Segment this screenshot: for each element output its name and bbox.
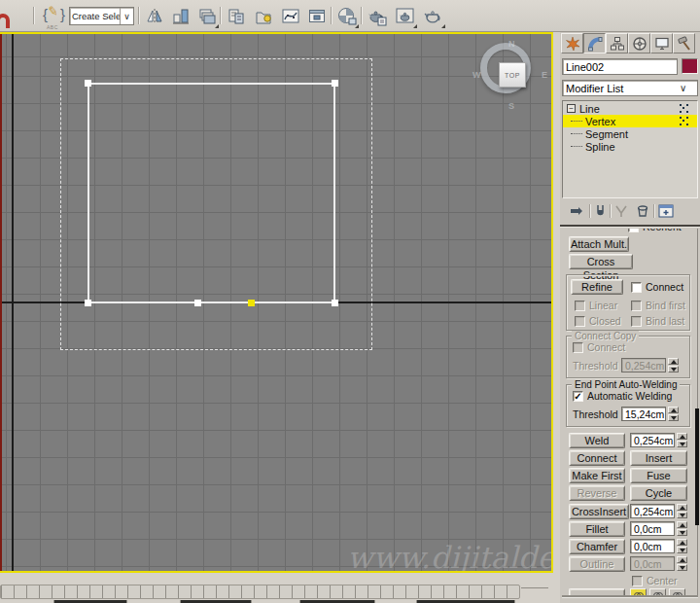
left-edge-strip [0, 34, 2, 571]
insert-button[interactable]: Insert [630, 450, 687, 466]
tab-utilities[interactable] [673, 33, 695, 53]
named-selection-set-combo[interactable]: Create Selection Se [69, 7, 134, 25]
reverse-button[interactable]: Reverse [569, 485, 625, 501]
render-production-icon[interactable] [421, 4, 445, 28]
vertex-top-right[interactable] [332, 80, 338, 87]
compass-west[interactable]: W [472, 70, 481, 80]
remove-modifier-icon[interactable] [636, 204, 649, 218]
compass-east[interactable]: E [542, 70, 547, 80]
tab-hierarchy[interactable] [606, 33, 628, 53]
boolean-intersect-icon[interactable] [669, 588, 685, 595]
fillet-field[interactable]: 0,0cm [630, 521, 675, 536]
refine-button[interactable]: Refine [571, 279, 623, 295]
show-end-result-icon[interactable] [594, 204, 606, 218]
snap-magnet-icon[interactable] [0, 14, 10, 28]
chamfer-spinner[interactable] [677, 539, 687, 553]
reorient-checkbox[interactable] [628, 229, 639, 232]
tab-display[interactable] [650, 33, 673, 53]
panel-separator [560, 225, 700, 227]
tab-create[interactable] [561, 33, 583, 53]
pin-stack-icon[interactable] [570, 204, 585, 218]
line002-spline[interactable] [88, 83, 335, 303]
boolean-subtract-icon[interactable] [649, 588, 666, 595]
cross-insert-spinner[interactable] [677, 504, 687, 518]
tree-line [571, 146, 582, 147]
toolbar-separator [138, 7, 139, 24]
bind-last-checkbox[interactable] [631, 316, 642, 327]
center-checkbox[interactable] [632, 576, 643, 586]
object-color-swatch[interactable] [682, 58, 698, 74]
chamfer-button[interactable]: Chamfer [569, 539, 625, 554]
closed-checkbox[interactable] [575, 316, 585, 327]
outline-spinner[interactable] [677, 556, 687, 571]
vertex-selected[interactable] [248, 300, 255, 306]
container-icon[interactable] [251, 4, 275, 28]
material-editor-icon[interactable] [334, 4, 359, 28]
tab-motion[interactable] [628, 33, 650, 53]
boolean-button[interactable] [569, 588, 625, 595]
autoweld-threshold-spinner[interactable] [668, 407, 679, 421]
vertex-bottom-right[interactable] [332, 300, 338, 306]
weld-button[interactable]: Weld [569, 433, 625, 448]
command-panel: Modifier List Line Vertex Segment Spline [560, 32, 700, 603]
bind-first-checkbox[interactable] [631, 301, 642, 311]
vertex-top-left[interactable] [85, 80, 91, 87]
connect-copy-threshold-field[interactable]: 0,254cm [621, 358, 666, 372]
vertex-bottom-left[interactable] [85, 300, 91, 306]
refine-group: Refine Connect Linear Bind first Closed … [566, 274, 690, 331]
cross-section-button[interactable]: Cross Section [569, 254, 633, 269]
tab-modify[interactable] [583, 33, 606, 53]
viewport-top[interactable]: N S W E TOP www.dijitalde [0, 32, 553, 573]
align-icon[interactable] [168, 4, 192, 28]
cycle-button[interactable]: Cycle [630, 485, 687, 501]
rollout-scrollbar-thumb[interactable] [695, 408, 699, 525]
fillet-spinner[interactable] [677, 521, 687, 536]
compass-north[interactable]: N [508, 39, 515, 49]
layer-manager-icon[interactable] [194, 4, 219, 28]
attach-mult-button[interactable]: Attach Mult. [569, 236, 629, 252]
vertex-bottom-mid[interactable] [194, 300, 201, 306]
fillet-button[interactable]: Fillet [569, 521, 625, 537]
outline-field[interactable]: 0,0cm [630, 556, 675, 571]
collapse-icon[interactable] [567, 104, 576, 113]
make-first-button[interactable]: Make First [569, 468, 625, 483]
stack-item-spline[interactable]: Spline [563, 140, 697, 153]
curve-editor-icon[interactable] [278, 4, 302, 28]
linear-checkbox[interactable] [575, 301, 585, 311]
schematic-view-icon[interactable] [304, 4, 329, 28]
object-name-field[interactable] [562, 58, 678, 75]
panel-tabs [561, 33, 695, 54]
boolean-union-icon[interactable] [630, 588, 647, 595]
autoweld-threshold-field[interactable]: 15,24cm [621, 407, 666, 421]
compass-south[interactable]: S [508, 101, 514, 111]
track-bar[interactable] [0, 585, 520, 599]
mirror-icon[interactable] [142, 4, 166, 28]
toolbar-separator [220, 7, 221, 24]
connect-copy-checkbox[interactable] [573, 342, 583, 353]
edit-named-selection-sets-icon[interactable]: ✎ ABC [43, 5, 66, 26]
outline-button[interactable]: Outline [569, 556, 625, 572]
connect-button[interactable]: Connect [569, 450, 625, 466]
connect-copy-threshold-spinner[interactable] [668, 358, 679, 372]
modifier-list-dropdown[interactable]: Modifier List [562, 80, 698, 96]
cross-insert-field[interactable]: 0,254cm [630, 504, 675, 518]
make-unique-icon[interactable] [614, 205, 628, 218]
weld-threshold-field[interactable]: 0,254cm [630, 433, 675, 447]
chevron-down-icon[interactable] [120, 8, 133, 24]
stack-toolbar [560, 202, 700, 220]
configure-modifier-sets-icon[interactable] [658, 204, 674, 218]
chamfer-field[interactable]: 0,0cm [630, 539, 675, 553]
connect-checkbox[interactable] [631, 282, 642, 293]
stack-item-vertex[interactable]: Vertex [563, 115, 697, 127]
fuse-button[interactable]: Fuse [630, 468, 687, 483]
render-setup-icon[interactable] [365, 4, 389, 28]
stack-item-line[interactable]: Line [563, 102, 697, 115]
weld-threshold-spinner[interactable] [677, 433, 687, 447]
rendered-frame-window-icon[interactable] [393, 4, 417, 28]
main-toolbar: ✎ ABC Create Selection Se [0, 0, 700, 32]
viewcube-top-face[interactable]: TOP [499, 62, 526, 88]
cross-insert-button[interactable]: CrossInsert [569, 504, 629, 519]
automatic-welding-checkbox[interactable] [573, 391, 583, 402]
stack-item-segment[interactable]: Segment [563, 127, 697, 140]
manage-scene-icon[interactable] [224, 4, 248, 28]
